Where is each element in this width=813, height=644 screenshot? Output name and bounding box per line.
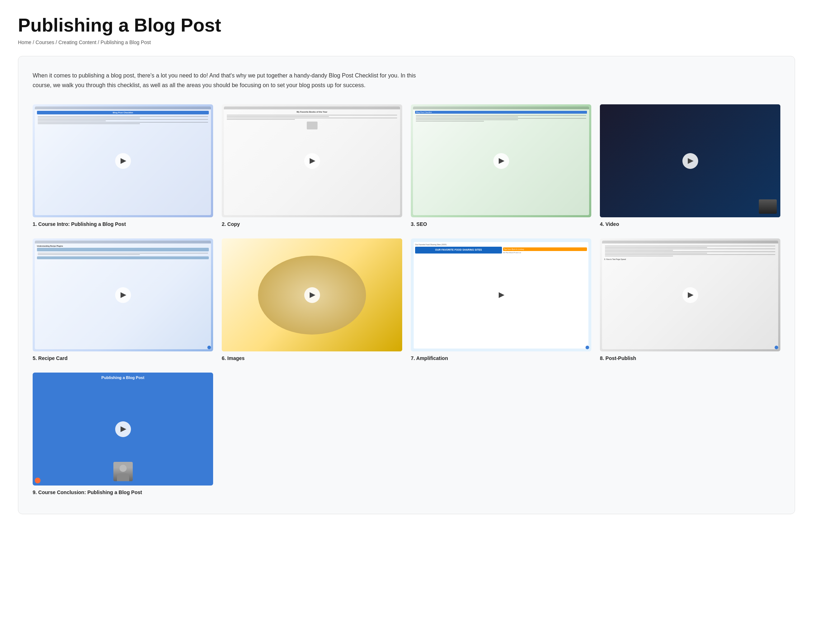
lesson-thumbnail-2[interactable]: My Favorite Books of the Year [222,104,402,217]
lesson-label-4: 4. Video [600,221,780,228]
play-button-7[interactable] [493,287,509,303]
breadcrumb-current: Publishing a Blog Post [100,40,151,45]
lesson-label-3: 3. SEO [411,221,591,228]
lesson-item-3[interactable]: Blog Post Checklist 3. SEO [411,104,591,228]
lesson-thumbnail-1[interactable]: Blog Post Checklist [33,104,213,217]
lesson-label-2: 2. Copy [222,221,402,228]
logo-icon-9 [35,477,41,483]
lesson-thumbnail-7[interactable]: Our Favorite Food Sharing Sites (2020) O… [411,239,591,351]
lesson-item-1[interactable]: Blog Post Checklist 1. Course Intro: Pub… [33,104,213,228]
lesson-item-6[interactable]: 6. Images [222,239,402,362]
lesson-label-8: 8. Post-Publish [600,355,780,362]
lesson-thumbnail-5[interactable]: Understanding Recipe Plugins [33,239,213,351]
lesson-thumbnail-6[interactable] [222,239,402,351]
play-button-5[interactable] [115,287,131,303]
lesson-item-9[interactable]: Publishing a Blog Post 9. Course Conclus… [33,373,213,496]
lesson-label-9: 9. Course Conclusion: Publishing a Blog … [33,489,213,496]
play-button-9[interactable] [115,421,131,437]
breadcrumb-courses[interactable]: Courses [35,40,54,45]
lesson-item-2[interactable]: My Favorite Books of the Year 2. Copy [222,104,402,228]
lesson-thumbnail-9[interactable]: Publishing a Blog Post [33,373,213,485]
lesson-label-5: 5. Recipe Card [33,355,213,362]
lessons-grid: Blog Post Checklist 1. Course Intro: Pub… [33,104,780,362]
progress-indicator-7 [586,346,589,349]
breadcrumb-home[interactable]: Home [18,40,31,45]
lesson-item-7[interactable]: Our Favorite Food Sharing Sites (2020) O… [411,239,591,362]
play-button-8[interactable] [683,287,698,303]
play-button-6[interactable] [304,287,320,303]
lesson-9-avatar [114,462,133,481]
play-button-3[interactable] [493,153,509,169]
play-button-2[interactable] [304,153,320,169]
lesson-thumbnail-8[interactable]: 8. How to Test Page Speed [600,239,780,351]
play-button-1[interactable] [115,153,131,169]
lesson-thumbnail-4[interactable] [600,104,780,217]
lesson-9-thumb-title: Publishing a Blog Post [33,375,213,380]
breadcrumb: Home / Courses / Creating Content / Publ… [18,40,795,45]
progress-indicator-5 [207,346,211,349]
course-container: When it comes to publishing a blog post,… [18,56,795,514]
lesson-label-6: 6. Images [222,355,402,362]
lesson-item-5[interactable]: Understanding Recipe Plugins 5. Recipe C… [33,239,213,362]
intro-text: When it comes to publishing a blog post,… [33,70,427,90]
page-title: Publishing a Blog Post [18,14,795,36]
lesson-item-8[interactable]: 8. How to Test Page Speed 8. Post-Publis… [600,239,780,362]
lesson-thumbnail-3[interactable]: Blog Post Checklist [411,104,591,217]
lesson-label-7: 7. Amplification [411,355,591,362]
bottom-row: Publishing a Blog Post 9. Course Conclus… [33,373,780,496]
breadcrumb-creating-content[interactable]: Creating Content [58,40,97,45]
lesson-item-4[interactable]: 4. Video [600,104,780,228]
lesson-label-1: 1. Course Intro: Publishing a Blog Post [33,221,213,228]
play-button-4[interactable] [683,153,698,169]
progress-indicator-8 [775,346,778,349]
